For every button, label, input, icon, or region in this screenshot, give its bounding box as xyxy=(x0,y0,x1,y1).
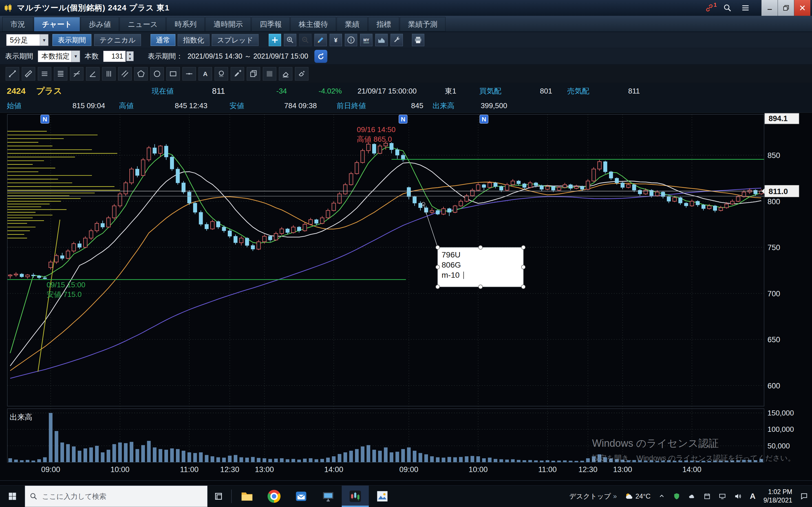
onedrive-tray-icon[interactable] xyxy=(684,486,700,507)
eraser-tool-icon[interactable] xyxy=(279,67,292,80)
network-tray-icon[interactable] xyxy=(715,486,730,507)
tab-ニュース[interactable]: ニュース xyxy=(119,17,166,32)
mode-button-スプレッド[interactable]: スプレッド xyxy=(212,34,259,46)
svg-text:10:00: 10:00 xyxy=(110,465,130,474)
toolbar-button-テクニカル[interactable]: テクニカル xyxy=(94,34,141,46)
bar-count-spinner[interactable]: ▲▼ xyxy=(126,51,134,61)
tab-適時開示[interactable]: 適時開示 xyxy=(205,17,251,32)
notification-center-icon[interactable] xyxy=(796,486,812,507)
mode-button-指数化[interactable]: 指数化 xyxy=(177,34,209,46)
svg-text:850: 850 xyxy=(767,151,780,160)
pentagon-tool-icon[interactable] xyxy=(134,67,148,80)
circle-tool-icon[interactable] xyxy=(150,67,164,80)
svg-text:N: N xyxy=(481,116,486,123)
menu-icon[interactable] xyxy=(741,3,751,13)
spinner-up-icon[interactable]: ▲ xyxy=(126,52,133,56)
svg-text:806G: 806G xyxy=(442,261,461,269)
rectangle-tool-icon[interactable] xyxy=(166,67,180,80)
start-button[interactable] xyxy=(0,486,25,507)
tab-四季報[interactable]: 四季報 xyxy=(252,17,290,32)
zoom-in-icon[interactable] xyxy=(284,34,296,46)
copy-tool-icon[interactable] xyxy=(247,67,260,80)
my-icon[interactable]: MY xyxy=(360,34,372,46)
area-chart-icon[interactable] xyxy=(375,34,388,46)
hlines-4-tool-icon[interactable] xyxy=(54,67,67,80)
taskbar-app-mail[interactable] xyxy=(288,486,315,507)
ruler-tool-icon[interactable] xyxy=(22,67,35,80)
tab-業績予測[interactable]: 業績予測 xyxy=(400,17,446,32)
pen-plus-tool-icon[interactable] xyxy=(231,67,244,80)
trendline-tool-icon[interactable] xyxy=(6,67,19,80)
stock-code: 2424 xyxy=(7,86,26,96)
yen-icon[interactable]: ¥ xyxy=(329,34,342,46)
toolbar-button-表示期間[interactable]: 表示期間 xyxy=(52,34,91,46)
tab-チャート[interactable]: チャート xyxy=(34,17,80,32)
hlines-3-tool-icon[interactable] xyxy=(38,67,51,80)
taskbar-app-chrome[interactable] xyxy=(260,486,288,507)
last-label: 現在値 xyxy=(152,86,174,96)
svg-text:09:00: 09:00 xyxy=(399,465,418,474)
speaker-icon[interactable] xyxy=(730,486,746,507)
hline-tool-icon[interactable] xyxy=(183,67,196,80)
bar-count-value: 131 xyxy=(111,52,123,60)
channel-tool-icon[interactable] xyxy=(118,67,132,80)
weather-widget[interactable]: 24°C xyxy=(621,486,655,507)
eraser-all-tool-icon[interactable] xyxy=(295,67,308,80)
link-icon[interactable]: 1 xyxy=(704,3,714,13)
timeframe-dropdown[interactable]: 5分足 ▼ xyxy=(6,34,49,46)
count-mode-dropdown[interactable]: 本数指定 ▼ xyxy=(38,50,80,62)
svg-text:750: 750 xyxy=(767,243,780,252)
print-icon[interactable] xyxy=(412,34,424,46)
add-icon[interactable] xyxy=(269,34,281,46)
price-chart[interactable]: 09:0010:0011:0012:3013:0014:0009:0010:00… xyxy=(0,113,812,485)
taskbar-app-photos[interactable] xyxy=(369,486,396,507)
taskbar-app-trading[interactable] xyxy=(342,486,369,507)
period-label: 表示期間 xyxy=(5,52,33,61)
cross-line-tool-icon[interactable] xyxy=(70,67,84,80)
high-annotation: 09/16 14:50高値 865.0 xyxy=(357,125,396,144)
spinner-down-icon[interactable]: ▼ xyxy=(126,56,133,61)
tab-歩み値[interactable]: 歩み値 xyxy=(81,17,119,32)
svg-text:150,000: 150,000 xyxy=(767,409,794,417)
search-icon[interactable] xyxy=(722,3,732,13)
vlines-tool-icon[interactable] xyxy=(102,67,116,80)
maximize-button[interactable] xyxy=(777,0,794,16)
desktop-toolbar[interactable]: デスクトップ » xyxy=(565,486,621,507)
timeframe-value: 5分足 xyxy=(10,36,28,45)
icon-stamp-tool-icon[interactable]: icon xyxy=(214,67,228,80)
taskbar-app-monitor[interactable] xyxy=(315,486,342,507)
svg-text:796U: 796U xyxy=(442,250,460,259)
clock-time: 1:02 PM xyxy=(763,488,792,496)
taskbar-app-explorer[interactable] xyxy=(234,486,260,507)
period-toolbar: 表示期間 本数指定 ▼ 本数 131 ▲▼ 表示期間： 2021/09/15 1… xyxy=(0,48,812,64)
ime-mode-indicator[interactable]: A xyxy=(746,486,759,507)
taskbar-search-input[interactable]: ここに入力して検索 xyxy=(25,486,207,507)
tab-市況[interactable]: 市況 xyxy=(2,17,33,32)
reload-icon[interactable] xyxy=(314,50,327,63)
taskbar-clock[interactable]: 1:02 PM 9/18/2021 xyxy=(760,486,796,507)
angle-line-tool-icon[interactable] xyxy=(86,67,100,80)
callout-annotation[interactable]: 796U806Gm-10 xyxy=(421,202,525,289)
tray-chevron-up-icon[interactable] xyxy=(654,486,669,507)
info-icon[interactable]: i xyxy=(345,34,357,46)
mode-button-通常[interactable]: 通常 xyxy=(151,34,175,46)
tab-時系列[interactable]: 時系列 xyxy=(166,17,205,32)
antivirus-tray-icon[interactable] xyxy=(669,486,684,507)
wrench-icon[interactable] xyxy=(391,34,403,46)
close-button[interactable] xyxy=(794,0,810,16)
disabled-box-tool-icon xyxy=(263,67,276,80)
search-icon xyxy=(30,492,38,500)
tab-業績[interactable]: 業績 xyxy=(337,17,368,32)
minimize-button[interactable] xyxy=(761,0,777,16)
open-label: 始値 xyxy=(7,101,21,110)
text-tool-icon[interactable]: A xyxy=(199,67,212,80)
more-chevron-icon: » xyxy=(613,492,617,500)
pencil-icon[interactable] xyxy=(314,34,327,46)
bar-count-input[interactable]: 131 xyxy=(103,51,126,62)
taskbar-separator xyxy=(231,490,232,503)
tab-指標[interactable]: 指標 xyxy=(368,17,399,32)
svg-text:650: 650 xyxy=(767,335,780,344)
calendar-tray-icon[interactable] xyxy=(700,486,715,507)
task-view-button[interactable] xyxy=(207,486,230,507)
tab-株主優待[interactable]: 株主優待 xyxy=(290,17,336,32)
